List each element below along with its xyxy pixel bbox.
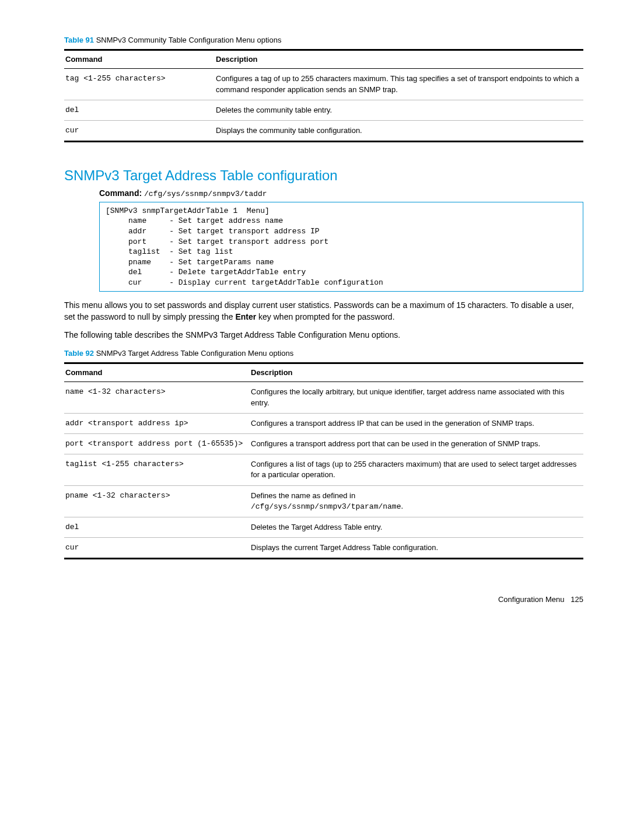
table92: Command Description name <1-32 character…: [64, 362, 583, 559]
table-row: del Deletes the Target Address Table ent…: [64, 517, 583, 537]
table91-desc: Displays the community table configurati…: [215, 120, 583, 141]
table91-caption: Table 91 SNMPv3 Community Table Configur…: [64, 35, 583, 46]
table92-cmd: cur: [64, 538, 250, 559]
table92-desc: Displays the current Target Address Tabl…: [250, 538, 583, 559]
table-row: name <1-32 characters> Configures the lo…: [64, 382, 583, 413]
table91-label: Table 91: [64, 36, 94, 44]
table-row: port <transport address port (1-65535)> …: [64, 434, 583, 454]
page-footer: Configuration Menu 125: [64, 594, 583, 605]
table92-label: Table 92: [64, 349, 94, 358]
table92-desc: Configures a transport address IP that c…: [250, 413, 583, 433]
table-row: pname <1-32 characters> Defines the name…: [64, 485, 583, 517]
command-path: /cfg/sys/ssnmp/snmpv3/taddr: [144, 190, 267, 198]
table91-head-cmd: Command: [64, 50, 215, 69]
table-row: cur Displays the current Target Address …: [64, 538, 583, 559]
table92-desc: Defines the name as defined in /cfg/sys/…: [250, 485, 583, 517]
table91-caption-text: SNMPv3 Community Table Configuration Men…: [96, 36, 282, 44]
table91-head-desc: Description: [215, 50, 583, 69]
table-row: del Deletes the community table entry.: [64, 100, 583, 120]
table92-desc: Configures a transport address port that…: [250, 434, 583, 454]
table92-cmd: taglist <1-255 characters>: [64, 454, 250, 485]
footer-text: Configuration Menu: [498, 595, 564, 604]
table92-head-desc: Description: [250, 363, 583, 382]
table91: Command Description tag <1-255 character…: [64, 49, 583, 142]
table91-desc: Deletes the community table entry.: [215, 100, 583, 120]
table91-desc: Configures a tag of up to 255 characters…: [215, 69, 583, 100]
table-row: tag <1-255 characters> Configures a tag …: [64, 69, 583, 100]
table92-caption: Table 92 SNMPv3 Target Address Table Con…: [64, 348, 583, 359]
command-line: Command: /cfg/sys/ssnmp/snmpv3/taddr: [99, 188, 583, 200]
table92-desc: Deletes the Target Address Table entry.: [250, 517, 583, 537]
table91-cmd: cur: [64, 120, 215, 141]
table92-cmd: addr <transport address ip>: [64, 413, 250, 433]
paragraph-2: The following table describes the SNMPv3…: [64, 330, 583, 341]
para1-post: key when prompted for the password.: [256, 312, 394, 321]
para1-bold: Enter: [235, 312, 256, 321]
table92-desc-mono: /cfg/sys/ssnmp/snmpv3/tparam/name: [251, 502, 401, 511]
footer-page: 125: [570, 595, 583, 604]
table92-cmd: name <1-32 characters>: [64, 382, 250, 413]
table92-cmd: pname <1-32 characters>: [64, 485, 250, 517]
table92-cmd: port <transport address port (1-65535)>: [64, 434, 250, 454]
section-heading: SNMPv3 Target Address Table configuratio…: [64, 166, 583, 186]
table92-cmd: del: [64, 517, 250, 537]
table91-cmd: tag <1-255 characters>: [64, 69, 215, 100]
table91-cmd: del: [64, 100, 215, 120]
table92-desc: Configures a list of tags (up to 255 cha…: [250, 454, 583, 485]
paragraph-1: This menu allows you to set passwords an…: [64, 300, 583, 323]
table92-desc-pre: Defines the name as defined in: [251, 491, 355, 500]
code-box: [SNMPv3 snmpTargetAddrTable 1 Menu] name…: [99, 202, 583, 292]
table-row: cur Displays the community table configu…: [64, 120, 583, 141]
table92-caption-text: SNMPv3 Target Address Table Configuratio…: [96, 349, 293, 358]
table92-head-cmd: Command: [64, 363, 250, 382]
command-label: Command:: [99, 188, 142, 198]
table-row: addr <transport address ip> Configures a…: [64, 413, 583, 433]
table92-desc: Configures the locally arbitrary, but un…: [250, 382, 583, 413]
table-row: taglist <1-255 characters> Configures a …: [64, 454, 583, 485]
table92-desc-post: .: [401, 502, 403, 510]
